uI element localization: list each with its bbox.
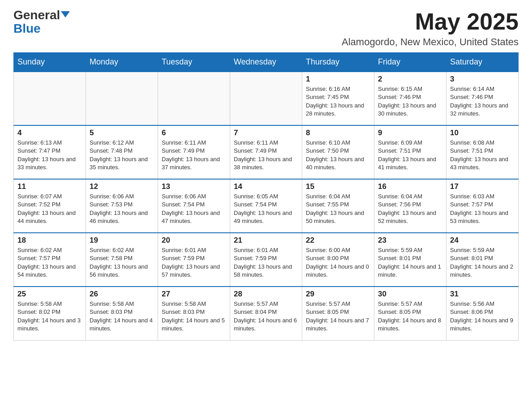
- logo-blue: Blue: [13, 21, 41, 36]
- calendar-cell: 9Sunrise: 6:09 AM Sunset: 7:51 PM Daylig…: [374, 125, 446, 179]
- day-info: Sunrise: 6:02 AM Sunset: 7:57 PM Dayligh…: [17, 246, 82, 279]
- day-number: 1: [306, 75, 370, 84]
- day-number: 11: [17, 182, 82, 191]
- calendar-week-row: 25Sunrise: 5:58 AM Sunset: 8:02 PM Dayli…: [14, 287, 519, 340]
- logo: General Blue: [13, 9, 70, 36]
- calendar-week-row: 4Sunrise: 6:13 AM Sunset: 7:47 PM Daylig…: [14, 125, 519, 179]
- calendar-cell: 29Sunrise: 5:57 AM Sunset: 8:05 PM Dayli…: [302, 287, 374, 340]
- day-info: Sunrise: 6:01 AM Sunset: 7:59 PM Dayligh…: [162, 246, 226, 279]
- calendar-cell: 18Sunrise: 6:02 AM Sunset: 7:57 PM Dayli…: [14, 233, 86, 287]
- calendar-cell: [14, 72, 86, 125]
- day-number: 27: [162, 290, 226, 299]
- day-number: 20: [162, 236, 226, 245]
- day-info: Sunrise: 6:14 AM Sunset: 7:46 PM Dayligh…: [450, 85, 515, 118]
- calendar-cell: [230, 72, 302, 125]
- calendar-cell: 17Sunrise: 6:03 AM Sunset: 7:57 PM Dayli…: [446, 179, 519, 233]
- day-number: 24: [450, 236, 515, 245]
- calendar-header-row: SundayMondayTuesdayWednesdayThursdayFrid…: [14, 53, 519, 72]
- day-info: Sunrise: 5:58 AM Sunset: 8:02 PM Dayligh…: [17, 300, 82, 333]
- day-info: Sunrise: 6:06 AM Sunset: 7:54 PM Dayligh…: [162, 193, 226, 225]
- location-title: Alamogordo, New Mexico, United States: [342, 36, 519, 48]
- calendar-cell: 13Sunrise: 6:06 AM Sunset: 7:54 PM Dayli…: [158, 179, 230, 233]
- calendar-header-sunday: Sunday: [14, 53, 86, 72]
- day-info: Sunrise: 6:13 AM Sunset: 7:47 PM Dayligh…: [17, 139, 82, 171]
- day-number: 7: [234, 128, 298, 137]
- day-number: 2: [378, 75, 442, 84]
- day-number: 3: [450, 75, 515, 84]
- calendar-cell: 15Sunrise: 6:04 AM Sunset: 7:55 PM Dayli…: [302, 179, 374, 233]
- calendar-cell: 27Sunrise: 5:58 AM Sunset: 8:03 PM Dayli…: [158, 287, 230, 340]
- day-number: 15: [306, 182, 370, 191]
- day-info: Sunrise: 6:06 AM Sunset: 7:53 PM Dayligh…: [90, 193, 154, 225]
- logo-general: General: [13, 9, 60, 21]
- calendar-week-row: 11Sunrise: 6:07 AM Sunset: 7:52 PM Dayli…: [14, 179, 519, 233]
- day-info: Sunrise: 6:00 AM Sunset: 8:00 PM Dayligh…: [306, 246, 370, 279]
- day-info: Sunrise: 6:07 AM Sunset: 7:52 PM Dayligh…: [17, 193, 82, 225]
- calendar-cell: 4Sunrise: 6:13 AM Sunset: 7:47 PM Daylig…: [14, 125, 86, 179]
- calendar-table: SundayMondayTuesdayWednesdayThursdayFrid…: [13, 52, 519, 341]
- day-info: Sunrise: 6:05 AM Sunset: 7:54 PM Dayligh…: [234, 193, 298, 225]
- day-info: Sunrise: 5:57 AM Sunset: 8:05 PM Dayligh…: [306, 300, 370, 333]
- day-info: Sunrise: 5:59 AM Sunset: 8:01 PM Dayligh…: [450, 246, 515, 279]
- day-number: 22: [306, 236, 370, 245]
- calendar-cell: 14Sunrise: 6:05 AM Sunset: 7:54 PM Dayli…: [230, 179, 302, 233]
- calendar-cell: 22Sunrise: 6:00 AM Sunset: 8:00 PM Dayli…: [302, 233, 374, 287]
- day-number: 25: [17, 290, 82, 299]
- day-info: Sunrise: 6:11 AM Sunset: 7:49 PM Dayligh…: [234, 139, 298, 171]
- day-number: 4: [17, 128, 82, 137]
- calendar-cell: 5Sunrise: 6:12 AM Sunset: 7:48 PM Daylig…: [86, 125, 158, 179]
- page-header: General Blue May 2025 Alamogordo, New Me…: [13, 9, 519, 48]
- day-number: 28: [234, 290, 298, 299]
- day-number: 13: [162, 182, 226, 191]
- calendar-cell: 16Sunrise: 6:04 AM Sunset: 7:56 PM Dayli…: [374, 179, 446, 233]
- day-number: 9: [378, 128, 442, 137]
- day-number: 23: [378, 236, 442, 245]
- calendar-cell: 20Sunrise: 6:01 AM Sunset: 7:59 PM Dayli…: [158, 233, 230, 287]
- calendar-cell: 31Sunrise: 5:56 AM Sunset: 8:06 PM Dayli…: [446, 287, 519, 340]
- title-block: May 2025 Alamogordo, New Mexico, United …: [342, 9, 519, 48]
- day-info: Sunrise: 6:04 AM Sunset: 7:56 PM Dayligh…: [378, 193, 442, 225]
- day-info: Sunrise: 6:04 AM Sunset: 7:55 PM Dayligh…: [306, 193, 370, 225]
- day-info: Sunrise: 6:08 AM Sunset: 7:51 PM Dayligh…: [450, 139, 515, 171]
- day-info: Sunrise: 5:57 AM Sunset: 8:04 PM Dayligh…: [234, 300, 298, 333]
- calendar-header-friday: Friday: [374, 53, 446, 72]
- day-number: 10: [450, 128, 515, 137]
- calendar-cell: 23Sunrise: 5:59 AM Sunset: 8:01 PM Dayli…: [374, 233, 446, 287]
- logo-triangle-icon: [61, 11, 70, 17]
- day-number: 18: [17, 236, 82, 245]
- day-number: 14: [234, 182, 298, 191]
- calendar-cell: 12Sunrise: 6:06 AM Sunset: 7:53 PM Dayli…: [86, 179, 158, 233]
- calendar-cell: 6Sunrise: 6:11 AM Sunset: 7:49 PM Daylig…: [158, 125, 230, 179]
- calendar-cell: 1Sunrise: 6:16 AM Sunset: 7:45 PM Daylig…: [302, 72, 374, 125]
- day-number: 5: [90, 128, 154, 137]
- calendar-cell: 26Sunrise: 5:58 AM Sunset: 8:03 PM Dayli…: [86, 287, 158, 340]
- day-number: 12: [90, 182, 154, 191]
- calendar-week-row: 18Sunrise: 6:02 AM Sunset: 7:57 PM Dayli…: [14, 233, 519, 287]
- day-info: Sunrise: 6:10 AM Sunset: 7:50 PM Dayligh…: [306, 139, 370, 171]
- day-info: Sunrise: 5:56 AM Sunset: 8:06 PM Dayligh…: [450, 300, 515, 333]
- day-number: 29: [306, 290, 370, 299]
- day-info: Sunrise: 6:01 AM Sunset: 7:59 PM Dayligh…: [234, 246, 298, 279]
- calendar-cell: 10Sunrise: 6:08 AM Sunset: 7:51 PM Dayli…: [446, 125, 519, 179]
- day-info: Sunrise: 5:58 AM Sunset: 8:03 PM Dayligh…: [90, 300, 154, 333]
- calendar-header-saturday: Saturday: [446, 53, 519, 72]
- day-info: Sunrise: 6:16 AM Sunset: 7:45 PM Dayligh…: [306, 85, 370, 118]
- calendar-header-thursday: Thursday: [302, 53, 374, 72]
- calendar-cell: 30Sunrise: 5:57 AM Sunset: 8:05 PM Dayli…: [374, 287, 446, 340]
- calendar-header-monday: Monday: [86, 53, 158, 72]
- day-info: Sunrise: 6:11 AM Sunset: 7:49 PM Dayligh…: [162, 139, 226, 171]
- day-number: 19: [90, 236, 154, 245]
- day-number: 31: [450, 290, 515, 299]
- month-title: May 2025: [342, 9, 519, 34]
- day-number: 30: [378, 290, 442, 299]
- calendar-cell: 3Sunrise: 6:14 AM Sunset: 7:46 PM Daylig…: [446, 72, 519, 125]
- day-info: Sunrise: 6:12 AM Sunset: 7:48 PM Dayligh…: [90, 139, 154, 171]
- day-info: Sunrise: 6:15 AM Sunset: 7:46 PM Dayligh…: [378, 85, 442, 118]
- calendar-cell: 19Sunrise: 6:02 AM Sunset: 7:58 PM Dayli…: [86, 233, 158, 287]
- calendar-cell: 11Sunrise: 6:07 AM Sunset: 7:52 PM Dayli…: [14, 179, 86, 233]
- day-info: Sunrise: 5:59 AM Sunset: 8:01 PM Dayligh…: [378, 246, 442, 279]
- calendar-cell: [158, 72, 230, 125]
- day-number: 6: [162, 128, 226, 137]
- day-number: 8: [306, 128, 370, 137]
- day-number: 21: [234, 236, 298, 245]
